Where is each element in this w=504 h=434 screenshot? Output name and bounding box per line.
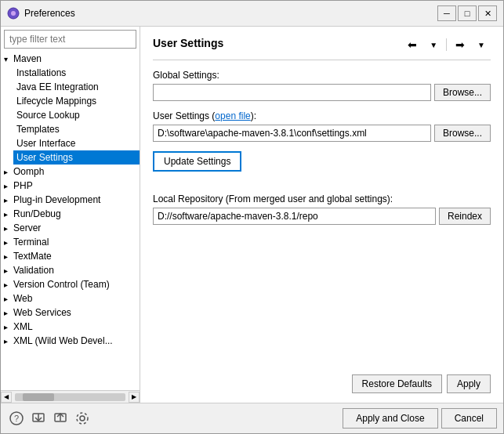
- tree-item-label: Lifecycle Mappings: [16, 96, 96, 107]
- expand-arrow-icon: ▸: [4, 337, 12, 345]
- right-panel: User Settings ⬅ ▼ ➡ ▼ Global Settings: B…: [140, 27, 503, 403]
- window-title: Preferences: [24, 8, 433, 19]
- tree-group-header-oomph[interactable]: ▸Oomph: [1, 165, 140, 179]
- left-panel-bottom: ◀ ▶: [1, 390, 140, 403]
- tree-group-header-xml[interactable]: ▸XML: [1, 320, 140, 334]
- settings-icon-button[interactable]: [73, 409, 92, 428]
- tree-item-source-lookup[interactable]: Source Lookup: [13, 108, 140, 122]
- expand-arrow-icon: ▸: [4, 252, 12, 261]
- apply-and-close-button[interactable]: Apply and Close: [343, 408, 437, 429]
- tree-group-label: Plug-in Development: [13, 194, 100, 205]
- expand-arrow-icon: ▸: [4, 280, 12, 289]
- tree-item-installations[interactable]: Installations: [13, 66, 140, 80]
- global-settings-row: Browse...: [153, 84, 491, 101]
- tree-group-header-web-services[interactable]: ▸Web Services: [1, 306, 140, 320]
- tree-group-server: ▸Server: [1, 221, 140, 235]
- tree-group-header-xml-wild-web[interactable]: ▸XML (Wild Web Devel...: [1, 334, 140, 348]
- global-settings-label: Global Settings:: [153, 70, 491, 81]
- tree-group-label: Web Services: [13, 307, 71, 318]
- tree-group-header-maven[interactable]: ▾Maven: [1, 52, 140, 66]
- expand-arrow-icon: ▸: [4, 210, 12, 219]
- tree-group-xml: ▸XML: [1, 320, 140, 334]
- tree-children-maven: InstallationsJava EE IntegrationLifecycl…: [1, 66, 140, 165]
- tree-group-header-version-control[interactable]: ▸Version Control (Team): [1, 277, 140, 291]
- tree-item-label: User Settings: [16, 152, 73, 163]
- maximize-button[interactable]: □: [458, 5, 477, 21]
- tree-group-header-web[interactable]: ▸Web: [1, 291, 140, 306]
- main-content: ▾MavenInstallationsJava EE IntegrationLi…: [1, 27, 503, 403]
- tree-group-header-server[interactable]: ▸Server: [1, 221, 140, 235]
- close-button[interactable]: ✕: [478, 5, 497, 21]
- tree-group-header-validation[interactable]: ▸Validation: [1, 263, 140, 277]
- expand-arrow-icon: ▸: [4, 266, 12, 275]
- forward-dropdown-button[interactable]: ▼: [472, 38, 491, 52]
- tree-item-label: Installations: [16, 67, 66, 78]
- tree-container: ▾MavenInstallationsJava EE IntegrationLi…: [1, 52, 140, 390]
- global-settings-browse-button[interactable]: Browse...: [434, 84, 491, 101]
- forward-button[interactable]: ➡: [450, 36, 470, 53]
- tree-item-lifecycle-mappings[interactable]: Lifecycle Mappings: [13, 94, 140, 108]
- tree-group-label: XML (Wild Web Devel...: [13, 335, 113, 346]
- expand-arrow-icon: ▸: [4, 196, 12, 204]
- tree-item-user-settings[interactable]: User Settings: [13, 150, 140, 165]
- left-panel: ▾MavenInstallationsJava EE IntegrationLi…: [1, 27, 140, 403]
- minimize-button[interactable]: ─: [437, 5, 456, 21]
- tree-group-terminal: ▸Terminal: [1, 235, 140, 249]
- tree-group-header-run-debug[interactable]: ▸Run/Debug: [1, 207, 140, 221]
- update-settings-button[interactable]: Update Settings: [153, 151, 241, 172]
- local-repo-input[interactable]: [153, 208, 436, 225]
- tree-item-templates[interactable]: Templates: [13, 122, 140, 136]
- local-repo-group: Local Repository (From merged user and g…: [153, 193, 491, 225]
- global-settings-input[interactable]: [153, 84, 431, 101]
- tree-group-label: Terminal: [13, 237, 49, 248]
- svg-point-9: [77, 413, 88, 424]
- expand-arrow-icon: ▸: [4, 182, 12, 190]
- filter-input[interactable]: [4, 30, 136, 49]
- tree-group-oomph: ▸Oomph: [1, 165, 140, 179]
- tree-group-php: ▸PHP: [1, 179, 140, 193]
- title-bar: Preferences ─ □ ✕: [1, 1, 503, 27]
- tree-group-label: Run/Debug: [13, 208, 61, 219]
- expand-arrow-icon: ▸: [4, 238, 12, 247]
- user-settings-label: User Settings (open file):: [153, 110, 491, 121]
- export-preferences-button[interactable]: [29, 409, 48, 428]
- expand-arrow-icon: ▸: [4, 224, 12, 233]
- user-settings-row: Browse...: [153, 125, 491, 142]
- tree-group-header-php[interactable]: ▸PHP: [1, 179, 140, 193]
- user-settings-input[interactable]: [153, 125, 431, 142]
- window-controls: ─ □ ✕: [437, 5, 497, 21]
- tree-item-java-ee-integration[interactable]: Java EE Integration: [13, 80, 140, 94]
- tree-group-web-services: ▸Web Services: [1, 306, 140, 320]
- tree-item-label: Templates: [16, 124, 60, 135]
- tree-group-run-debug: ▸Run/Debug: [1, 207, 140, 221]
- tree-group-label: Maven: [13, 53, 42, 64]
- tree-group-header-plug-in-development[interactable]: ▸Plug-in Development: [1, 193, 140, 207]
- svg-text:?: ?: [14, 414, 19, 423]
- restore-defaults-button[interactable]: Restore Defaults: [352, 374, 442, 393]
- tree-item-label: Source Lookup: [16, 110, 80, 121]
- dropdown-button[interactable]: ▼: [424, 38, 443, 52]
- tree-group-header-terminal[interactable]: ▸Terminal: [1, 235, 140, 249]
- expand-arrow-icon: ▾: [4, 55, 12, 63]
- user-settings-browse-button[interactable]: Browse...: [434, 125, 491, 142]
- tree-group-version-control: ▸Version Control (Team): [1, 277, 140, 291]
- scroll-left-arrow[interactable]: ◀: [1, 392, 12, 403]
- expand-arrow-icon: ▸: [4, 309, 12, 317]
- back-button[interactable]: ⬅: [402, 36, 422, 53]
- tree-item-label: User Interface: [16, 138, 75, 149]
- apply-button[interactable]: Apply: [447, 374, 491, 393]
- tree-item-user-interface[interactable]: User Interface: [13, 136, 140, 150]
- tree-group-label: PHP: [13, 180, 33, 191]
- horizontal-scrollbar[interactable]: [15, 393, 125, 401]
- open-file-link[interactable]: open file: [215, 110, 250, 121]
- help-icon-button[interactable]: ?: [7, 409, 26, 428]
- reindex-button[interactable]: Reindex: [439, 208, 491, 225]
- right-actions-row: Restore Defaults Apply: [153, 368, 491, 393]
- bottom-icons: ?: [7, 409, 92, 428]
- import-preferences-button[interactable]: [51, 409, 70, 428]
- local-repo-label: Local Repository (From merged user and g…: [153, 193, 491, 204]
- cancel-button[interactable]: Cancel: [441, 408, 497, 429]
- spacer: [153, 234, 491, 368]
- scroll-right-arrow[interactable]: ▶: [129, 392, 140, 403]
- tree-group-header-textmate[interactable]: ▸TextMate: [1, 249, 140, 263]
